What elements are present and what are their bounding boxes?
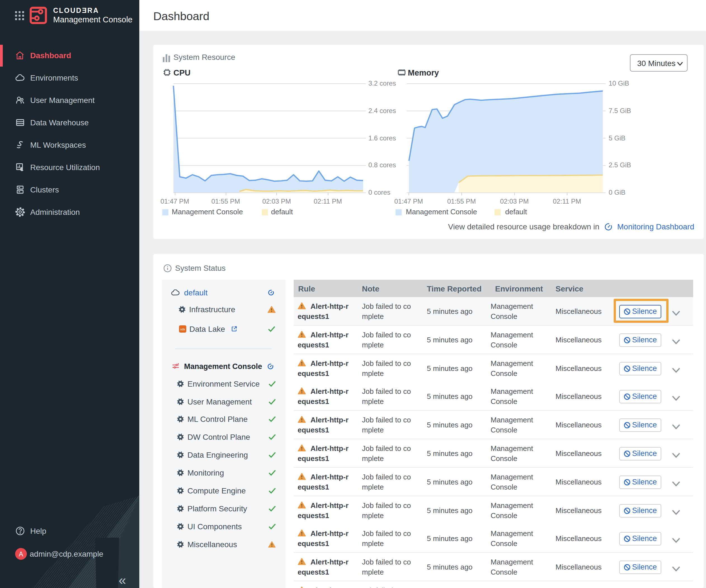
svg-text:sdx: sdx bbox=[180, 327, 185, 331]
svg-text:A: A bbox=[19, 550, 23, 558]
